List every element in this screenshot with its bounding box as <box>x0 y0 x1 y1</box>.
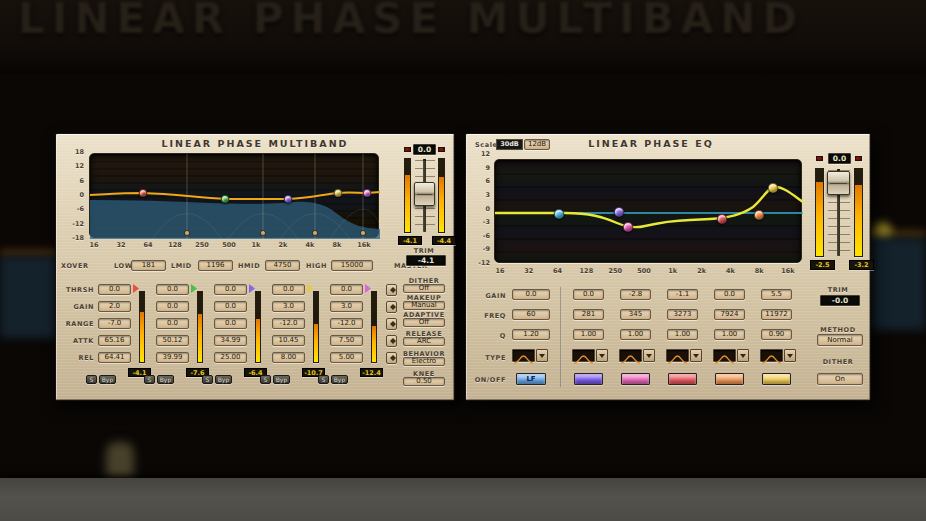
eq-band6-type-display[interactable] <box>760 349 783 362</box>
mb-xover-handle-high[interactable] <box>360 230 366 236</box>
mb-behavior-select[interactable]: Electro <box>403 357 445 366</box>
mb-xover-handle-hmid[interactable] <box>312 230 318 236</box>
mb-band3-solo-button[interactable]: S <box>202 375 213 384</box>
eq-band5-node[interactable] <box>754 210 764 220</box>
mb-band1-thresh-field[interactable]: 0.0 <box>98 284 131 295</box>
mb-band5-range-field[interactable]: -12.0 <box>330 318 363 329</box>
mb-band3-range-field[interactable]: 0.0 <box>214 318 247 329</box>
mb-band2-thresh-field[interactable]: 0.0 <box>156 284 189 295</box>
eq-band3-gain-field[interactable]: -2.8 <box>620 289 651 300</box>
mb-release-mode-select[interactable]: ARC <box>403 337 445 346</box>
eq-band6-node[interactable] <box>768 183 778 193</box>
eq-method-select[interactable]: Normal <box>817 334 863 346</box>
mb-trim-value[interactable]: -4.1 <box>406 255 446 266</box>
eq-lf-node[interactable] <box>554 209 564 219</box>
mb-clip-led-left[interactable] <box>404 147 411 152</box>
eq-band3-q-field[interactable]: 1.00 <box>620 329 651 340</box>
mb-band2-range-field[interactable]: 0.0 <box>156 318 189 329</box>
eq-lf-type-display[interactable] <box>512 349 535 362</box>
eq-lf-gain-field[interactable]: 0.0 <box>512 289 550 300</box>
mb-knee-field[interactable]: 0.50 <box>403 377 445 386</box>
eq-band2-freq-field[interactable]: 281 <box>573 309 604 320</box>
eq-band2-onoff-button[interactable] <box>574 373 603 385</box>
mb-band5-bypass-button[interactable]: Byp <box>331 375 348 384</box>
mb-band5-gain-field[interactable]: 3.0 <box>330 301 363 312</box>
eq-band5-onoff-button[interactable] <box>715 373 744 385</box>
mb-band5-solo-button[interactable]: S <box>318 375 329 384</box>
eq-band5-freq-field[interactable]: 7924 <box>714 309 745 320</box>
mb-band4-attack-field[interactable]: 10.45 <box>272 335 305 346</box>
mb-clip-led-right[interactable] <box>438 147 445 152</box>
eq-band3-type-dropdown-button[interactable] <box>643 349 655 362</box>
mb-low-freq-field[interactable]: 181 <box>131 260 166 271</box>
eq-lf-q-field[interactable]: 1.20 <box>512 329 550 340</box>
mb-band4-gain-field[interactable]: 3.0 <box>272 301 305 312</box>
mb-range-stepper[interactable] <box>386 318 397 330</box>
eq-band6-onoff-button[interactable] <box>762 373 791 385</box>
mb-band2-node[interactable] <box>221 195 229 203</box>
eq-clip-led-right[interactable] <box>855 156 862 161</box>
mb-band3-bypass-button[interactable]: Byp <box>215 375 232 384</box>
mb-band1-attack-field[interactable]: 65.16 <box>98 335 131 346</box>
mb-band5-thresh-field[interactable]: 0.0 <box>330 284 363 295</box>
eq-band5-type-dropdown-button[interactable] <box>737 349 749 362</box>
eq-band4-onoff-button[interactable] <box>668 373 697 385</box>
eq-band6-q-field[interactable]: 0.90 <box>761 329 792 340</box>
mb-master-fader-handle[interactable] <box>414 182 435 206</box>
mb-band2-bypass-button[interactable]: Byp <box>157 375 174 384</box>
mb-high-freq-field[interactable]: 15000 <box>331 260 373 271</box>
eq-band4-type-display[interactable] <box>666 349 689 362</box>
mb-adaptive-select[interactable]: Off <box>403 318 445 327</box>
eq-band4-q-field[interactable]: 1.00 <box>667 329 698 340</box>
mb-band3-gain-field[interactable]: 0.0 <box>214 301 247 312</box>
mb-makeup-select[interactable]: Manual <box>403 301 445 310</box>
eq-clip-led-left[interactable] <box>816 156 823 161</box>
eq-dither-select[interactable]: On <box>817 373 863 385</box>
mb-band2-gain-field[interactable]: 0.0 <box>156 301 189 312</box>
mb-xover-handle-low[interactable] <box>184 230 190 236</box>
mb-band5-attack-field[interactable]: 7.50 <box>330 335 363 346</box>
eq-trim-value[interactable]: -0.0 <box>820 295 860 306</box>
eq-band2-gain-field[interactable]: 0.0 <box>573 289 604 300</box>
eq-lf-type-dropdown-button[interactable] <box>536 349 548 362</box>
eq-band6-gain-field[interactable]: 5.5 <box>761 289 792 300</box>
eq-band2-q-field[interactable]: 1.00 <box>573 329 604 340</box>
mb-band4-bypass-button[interactable]: Byp <box>273 375 290 384</box>
eq-band3-onoff-button[interactable] <box>621 373 650 385</box>
mb-band3-thresh-field[interactable]: 0.0 <box>214 284 247 295</box>
eq-band2-node[interactable] <box>614 207 624 217</box>
mb-band2-release-field[interactable]: 39.99 <box>156 352 189 363</box>
mb-band2-solo-button[interactable]: S <box>144 375 155 384</box>
mb-band1-gain-field[interactable]: 2.0 <box>98 301 131 312</box>
mb-dither-select[interactable]: Off <box>403 284 445 293</box>
mb-lmid-freq-field[interactable]: 1196 <box>198 260 233 271</box>
mb-band4-release-field[interactable]: 8.00 <box>272 352 305 363</box>
mb-band4-thresh-field[interactable]: 0.0 <box>272 284 305 295</box>
mb-band3-node[interactable] <box>284 195 292 203</box>
mb-hmid-freq-field[interactable]: 4750 <box>265 260 300 271</box>
eq-band4-type-dropdown-button[interactable] <box>690 349 702 362</box>
eq-band2-type-dropdown-button[interactable] <box>596 349 608 362</box>
mb-band4-range-field[interactable]: -12.0 <box>272 318 305 329</box>
eq-band4-node[interactable] <box>717 214 727 224</box>
eq-band4-gain-field[interactable]: -1.1 <box>667 289 698 300</box>
eq-band6-type-dropdown-button[interactable] <box>784 349 796 362</box>
eq-lf-onoff-button[interactable]: LF <box>516 373 546 385</box>
eq-band2-type-display[interactable] <box>572 349 595 362</box>
eq-band5-gain-field[interactable]: 0.0 <box>714 289 745 300</box>
eq-band6-freq-field[interactable]: 11972 <box>761 309 792 320</box>
mb-band1-range-field[interactable]: -7.0 <box>98 318 131 329</box>
mb-band2-attack-field[interactable]: 50.12 <box>156 335 189 346</box>
eq-band5-type-display[interactable] <box>713 349 736 362</box>
eq-band5-q-field[interactable]: 1.00 <box>714 329 745 340</box>
mb-band1-release-field[interactable]: 64.41 <box>98 352 131 363</box>
mb-band5-release-field[interactable]: 5.00 <box>330 352 363 363</box>
mb-band4-node[interactable] <box>334 189 342 197</box>
mb-band1-bypass-button[interactable]: Byp <box>99 375 116 384</box>
eq-band4-freq-field[interactable]: 3273 <box>667 309 698 320</box>
mb-band4-solo-button[interactable]: S <box>260 375 271 384</box>
mb-band3-release-field[interactable]: 25.00 <box>214 352 247 363</box>
eq-band3-type-display[interactable] <box>619 349 642 362</box>
mb-band5-node[interactable] <box>363 189 371 197</box>
eq-band3-node[interactable] <box>623 222 633 232</box>
